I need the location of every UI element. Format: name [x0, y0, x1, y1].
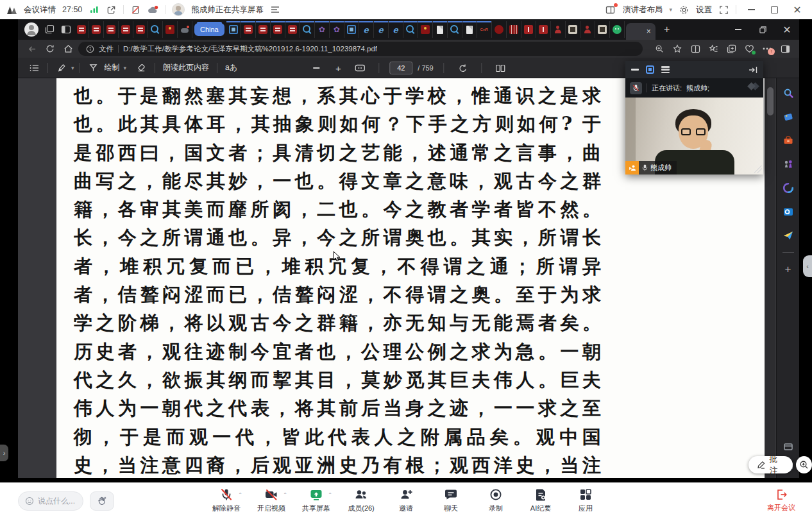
sidebar-add-button[interactable]: +: [781, 262, 795, 277]
draw-chevron-icon[interactable]: ▾: [124, 65, 127, 71]
browser-menu-icon[interactable]: ↑: [759, 42, 775, 56]
tab[interactable]: [448, 21, 462, 38]
tab[interactable]: [551, 21, 566, 38]
fit-width-icon[interactable]: [351, 60, 368, 76]
settings-button[interactable]: 设置: [696, 4, 712, 15]
tab[interactable]: [344, 21, 359, 38]
raise-hand-button[interactable]: [90, 491, 114, 511]
pdf-scrollbar-thumb[interactable]: [767, 87, 774, 115]
browser-minimize-button[interactable]: [726, 20, 750, 39]
pdf-scrollbar[interactable]: [765, 78, 775, 478]
zoom-page-icon[interactable]: [652, 42, 667, 56]
panel-minimize-icon[interactable]: [631, 69, 639, 71]
active-tab[interactable]: ×: [626, 23, 656, 40]
tab[interactable]: [521, 21, 536, 38]
tab[interactable]: e: [359, 21, 374, 38]
favorites-list-icon[interactable]: [706, 42, 721, 56]
tab[interactable]: [226, 21, 241, 38]
cam-off-button[interactable]: ⌃开启视频: [256, 488, 287, 513]
tab[interactable]: e: [389, 21, 403, 38]
tab[interactable]: [566, 21, 580, 38]
toolbox-icon[interactable]: [781, 133, 795, 148]
home-icon[interactable]: [60, 42, 76, 56]
sharing-options-icon[interactable]: [270, 4, 281, 15]
layout-button[interactable]: 演讲者布局: [623, 4, 663, 15]
rotate-icon[interactable]: [455, 60, 471, 76]
split-screen-icon[interactable]: [688, 42, 703, 56]
share-screen-button[interactable]: ⌃共享屏幕: [301, 488, 332, 513]
drop-icon[interactable]: [781, 228, 795, 242]
highlighter-chevron-icon[interactable]: ▾: [71, 65, 74, 71]
tab[interactable]: [74, 21, 89, 38]
search-icon[interactable]: [781, 86, 795, 100]
watermark-off-icon[interactable]: [130, 4, 141, 15]
sidebar-toggle-icon[interactable]: [777, 42, 793, 56]
tab[interactable]: [89, 21, 104, 38]
magnify-button[interactable]: [796, 456, 812, 473]
participant-video[interactable]: 熊成帅: [625, 98, 763, 174]
tab[interactable]: [403, 21, 418, 38]
options-chevron-icon[interactable]: ⌃: [328, 492, 332, 498]
meeting-title[interactable]: 会议详情: [24, 4, 56, 15]
tab-groups-icon[interactable]: [41, 22, 58, 37]
active-tab-close-icon[interactable]: ×: [647, 27, 651, 36]
invite-button[interactable]: 邀请: [391, 488, 421, 513]
tab-group-label[interactable]: China: [194, 23, 224, 36]
tab[interactable]: CnR: [477, 21, 492, 38]
panel-list-view-icon[interactable]: [661, 66, 670, 73]
outlook-icon[interactable]: [781, 205, 795, 219]
mic-off-button[interactable]: ⌃解除静音: [211, 488, 242, 513]
tab[interactable]: [610, 21, 625, 38]
tab[interactable]: [492, 21, 507, 38]
meeting-maximize-button[interactable]: [766, 4, 782, 15]
options-chevron-icon[interactable]: ⌃: [238, 492, 242, 498]
quick-chat-input[interactable]: 说点什么...: [18, 491, 83, 511]
meeting-minimize-button[interactable]: [743, 4, 759, 15]
panel-collapse-icon[interactable]: [749, 66, 757, 74]
left-panel-handle[interactable]: ›: [0, 445, 8, 461]
tab[interactable]: [433, 21, 448, 38]
tab[interactable]: [300, 21, 315, 38]
tab[interactable]: [104, 21, 119, 38]
zoom-out-icon[interactable]: [308, 60, 325, 76]
read-aloud-button[interactable]: 朗读此页内容: [160, 62, 212, 73]
cloud-record-icon[interactable]: [148, 4, 158, 15]
leave-meeting-button[interactable]: 离开会议: [763, 488, 799, 513]
vertical-tabs-icon[interactable]: [58, 22, 74, 37]
copilot-icon[interactable]: [781, 181, 795, 195]
collections-icon[interactable]: [723, 42, 739, 56]
annotate-button[interactable]: 批注: [749, 456, 793, 473]
tab[interactable]: e: [374, 21, 389, 38]
meeting-close-button[interactable]: ✕: [789, 4, 806, 15]
layout-chevron-icon[interactable]: ▾: [669, 6, 672, 13]
tab[interactable]: [418, 21, 433, 38]
right-panel-handle[interactable]: ‹: [803, 255, 812, 277]
tab[interactable]: [536, 21, 551, 38]
ai-notes-button[interactable]: AI纪要: [525, 488, 556, 513]
tab[interactable]: [507, 21, 521, 38]
tab[interactable]: [256, 21, 271, 38]
panel-resize-handle[interactable]: [754, 166, 762, 173]
panel-view-mode-icon[interactable]: [646, 65, 654, 74]
page-view-icon[interactable]: [493, 60, 509, 76]
options-chevron-icon[interactable]: ⌃: [283, 492, 287, 498]
draw-label[interactable]: 绘制: [102, 62, 123, 73]
tab[interactable]: [285, 21, 300, 38]
chat-button[interactable]: 聊天: [436, 488, 466, 513]
browser-essentials-icon[interactable]: [741, 42, 757, 56]
browser-close-button[interactable]: ✕: [775, 20, 799, 39]
tab[interactable]: [462, 21, 477, 38]
tab[interactable]: ✿: [315, 21, 330, 38]
tab[interactable]: [271, 21, 285, 38]
eraser-icon[interactable]: [133, 60, 149, 76]
browser-profile-avatar[interactable]: [24, 22, 38, 37]
toc-icon[interactable]: [26, 60, 42, 76]
refresh-icon[interactable]: [42, 42, 58, 56]
tab[interactable]: [595, 21, 610, 38]
draw-pen-icon[interactable]: [85, 60, 102, 76]
tab[interactable]: [119, 21, 133, 38]
members-button[interactable]: 成员(26): [346, 488, 376, 513]
tab[interactable]: [241, 21, 256, 38]
tools-icon[interactable]: [781, 439, 795, 454]
translate-button[interactable]: aあ: [223, 62, 240, 73]
